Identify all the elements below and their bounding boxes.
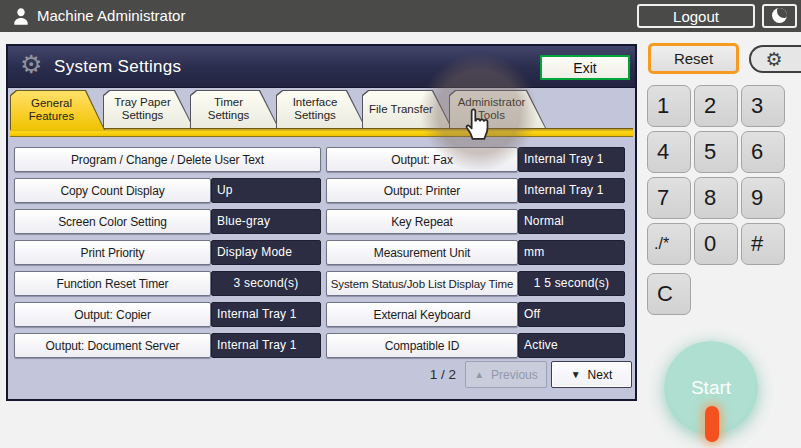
gear-icon: ⚙ [765, 48, 782, 71]
setting-system-status-job-list-display-time[interactable]: System Status/Job List Display Time [326, 271, 518, 296]
previous-page-button: ▲ Previous [465, 361, 547, 388]
value-measurement-unit: mm [518, 240, 625, 265]
panel-header: ⚙ System Settings Exit [8, 46, 635, 88]
tab-file-transfer[interactable]: File Transfer [362, 90, 452, 128]
setting-external-keyboard[interactable]: External Keyboard [326, 302, 518, 327]
setting-output-copier[interactable]: Output: Copier [14, 302, 211, 327]
page-indicator: 1 / 2 [408, 362, 456, 388]
logged-in-user-label: Machine Administrator [37, 0, 185, 32]
keypad-2[interactable]: 2 [694, 85, 738, 127]
setting-output-fax[interactable]: Output: Fax [326, 147, 518, 172]
clear-key[interactable]: C [647, 273, 691, 315]
moon-icon [772, 8, 787, 23]
keypad-hash[interactable]: # [741, 223, 785, 265]
tab-administrator-tools[interactable]: Administrator Tools [449, 90, 546, 128]
tab-interface-settings[interactable]: Interface Settings [276, 90, 366, 128]
value-output-copier: Internal Tray 1 [211, 302, 321, 327]
start-indicator-light [705, 406, 719, 442]
setting-measurement-unit[interactable]: Measurement Unit [326, 240, 518, 265]
setting-function-reset-timer[interactable]: Function Reset Timer [14, 271, 211, 296]
value-compatible-id: Active [518, 333, 625, 358]
setting-screen-color-setting[interactable]: Screen Color Setting [14, 209, 211, 234]
value-output-document-server: Internal Tray 1 [211, 333, 321, 358]
value-screen-color-setting: Blue-gray [211, 209, 321, 234]
value-key-repeat: Normal [518, 209, 625, 234]
setting-key-repeat[interactable]: Key Repeat [326, 209, 518, 234]
value-external-keyboard: Off [518, 302, 625, 327]
keypad-5[interactable]: 5 [694, 131, 738, 173]
setting-output-document-server[interactable]: Output: Document Server [14, 333, 211, 358]
system-settings-panel: ⚙ System Settings Exit General Features … [6, 44, 637, 401]
setting-compatible-id[interactable]: Compatible ID [326, 333, 518, 358]
tab-tray-paper-settings[interactable]: Tray Paper Settings [103, 90, 194, 128]
reset-button[interactable]: Reset [648, 43, 739, 74]
keypad-6[interactable]: 6 [741, 131, 785, 173]
value-system-status-job-list-display-time: 1 5 second(s) [518, 271, 625, 296]
keypad-1[interactable]: 1 [647, 85, 691, 127]
energy-saver-button[interactable] [762, 4, 797, 28]
up-triangle-icon: ▲ [474, 369, 484, 380]
gear-icon: ⚙ [20, 50, 42, 79]
keypad-7[interactable]: 7 [647, 177, 691, 219]
down-triangle-icon: ▼ [571, 369, 581, 380]
tab-timer-settings[interactable]: Timer Settings [190, 90, 279, 128]
next-page-button[interactable]: ▼ Next [551, 361, 632, 388]
value-copy-count-display: Up [211, 178, 321, 203]
keypad-0[interactable]: 0 [694, 223, 738, 265]
keypad-3[interactable]: 3 [741, 85, 785, 127]
top-status-bar: Machine Administrator Logout [0, 0, 801, 32]
value-output-fax: Internal Tray 1 [518, 147, 625, 172]
value-output-printer: Internal Tray 1 [518, 178, 625, 203]
user-icon [10, 5, 32, 27]
exit-button[interactable]: Exit [540, 55, 630, 80]
keypad-dot-star[interactable]: ./* [647, 223, 691, 265]
tab-general-features[interactable]: General Features [10, 90, 105, 130]
value-function-reset-timer: 3 second(s) [211, 271, 321, 296]
setting-copy-count-display[interactable]: Copy Count Display [14, 178, 211, 203]
value-print-priority: Display Mode [211, 240, 321, 265]
start-button-label: Start [691, 377, 731, 399]
setting-output-printer[interactable]: Output: Printer [326, 178, 518, 203]
setting-print-priority[interactable]: Print Priority [14, 240, 211, 265]
keypad-4[interactable]: 4 [647, 131, 691, 173]
page-title: System Settings [54, 46, 181, 88]
settings-shortcut-button[interactable]: ⚙ [749, 45, 801, 73]
keypad-8[interactable]: 8 [694, 177, 738, 219]
keypad-9[interactable]: 9 [741, 177, 785, 219]
setting-program-change-delete-user-text[interactable]: Program / Change / Delete User Text [14, 147, 321, 172]
logout-button[interactable]: Logout [637, 4, 755, 28]
